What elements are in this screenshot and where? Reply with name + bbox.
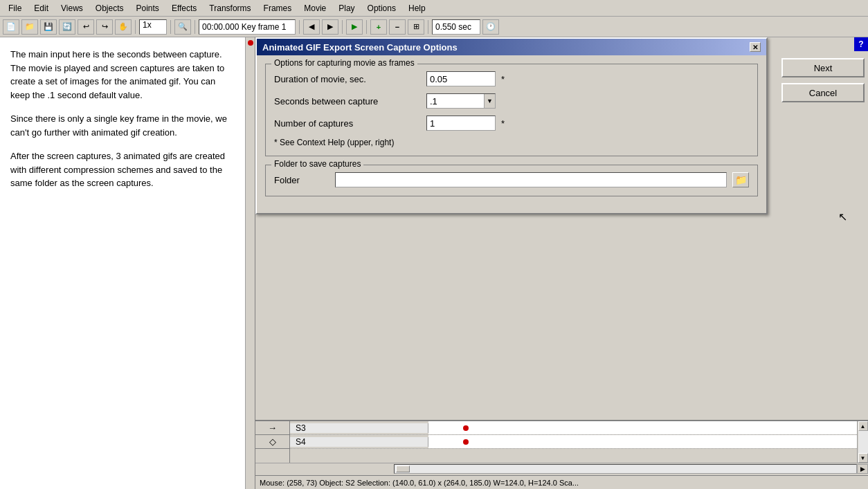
remove-frame-btn[interactable]: − (389, 19, 406, 35)
seconds-combo-arrow[interactable]: ▼ (484, 94, 495, 108)
timeline-controls: → ◇ (255, 421, 290, 463)
seconds-value: .1 (427, 96, 484, 107)
capture-group-legend: Options for capturing movie as frames (271, 58, 417, 68)
captures-input[interactable] (426, 116, 496, 131)
frames-btn[interactable]: ⊞ (408, 19, 424, 35)
timeline-dot-s4 (463, 439, 469, 445)
pan-btn[interactable]: ✋ (115, 19, 132, 35)
right-area: ? Animated GIF Export Screen Capture Opt… (246, 37, 868, 489)
left-text-3: After the screen captures, 3 animated gi… (10, 149, 235, 190)
seconds-combo[interactable]: .1 ▼ (426, 93, 496, 109)
scroll-track (858, 431, 868, 453)
scroll-track-h (394, 464, 857, 474)
cursor-icon: ↖ (838, 210, 847, 223)
seconds-label: Seconds between capture (274, 96, 426, 107)
folder-group: Folder to save captures Folder 📁 (265, 165, 758, 196)
refresh-btn[interactable]: 🔄 (59, 19, 75, 35)
timeline-content: → ◇ S3 S4 (255, 421, 868, 463)
row-content-s4 (428, 435, 857, 448)
erase-btn[interactable]: ◇ (255, 435, 289, 449)
timeline-section: → ◇ S3 S4 (255, 420, 868, 475)
captures-asterisk: * (501, 118, 505, 129)
captures-row: Number of captures * (274, 116, 749, 131)
row-label-s4: S4 (290, 437, 428, 447)
scroll-thumb-h[interactable] (396, 465, 410, 472)
duration-row: Duration of movie, sec. * (274, 71, 749, 86)
sec-display: 0.550 sec (432, 19, 480, 35)
scroll-up-btn[interactable]: ▲ (858, 421, 868, 431)
undo-btn[interactable]: ↩ (78, 19, 94, 35)
menu-transforms[interactable]: Transforms (204, 2, 256, 15)
menu-edit[interactable]: Edit (28, 2, 54, 15)
main-area: The main input here is the seconds betwe… (0, 37, 868, 489)
menu-file[interactable]: File (3, 2, 27, 15)
cancel-button[interactable]: Cancel (781, 83, 865, 102)
timeline-rows: S3 S4 (290, 421, 857, 463)
left-text-1: The main input here is the seconds betwe… (10, 48, 235, 102)
folder-group-legend: Folder to save captures (271, 159, 363, 169)
seconds-row: Seconds between capture .1 ▼ (274, 93, 749, 109)
context-help-icon[interactable]: ? (854, 37, 868, 51)
sep2 (170, 20, 171, 34)
menu-bar: File Edit Views Objects Points Effects T… (0, 0, 868, 17)
menu-effects[interactable]: Effects (166, 2, 202, 15)
expand-btn[interactable]: → (255, 421, 289, 435)
clock-btn[interactable]: 🕐 (482, 19, 499, 35)
menu-frames[interactable]: Frames (258, 2, 298, 15)
sep6 (366, 20, 367, 34)
next-button[interactable]: Next (781, 58, 865, 77)
scroll-down-btn[interactable]: ▼ (858, 453, 868, 463)
sep5 (342, 20, 343, 34)
dialog-title: Animated GIF Export Screen Capture Optio… (262, 42, 458, 53)
dialog-area: ? Animated GIF Export Screen Capture Opt… (255, 37, 868, 427)
folder-input[interactable] (335, 172, 727, 187)
add-frame-btn[interactable]: + (370, 19, 387, 35)
folder-row: Folder 📁 (274, 172, 749, 187)
timeline-row-s4: S4 (290, 435, 857, 449)
zoom-in-btn[interactable]: 🔍 (174, 19, 191, 35)
duration-label: Duration of movie, sec. (274, 74, 426, 84)
dialog-close-button[interactable]: ✕ (750, 42, 761, 52)
redo-btn[interactable]: ↪ (96, 19, 113, 35)
menu-play[interactable]: Play (333, 2, 360, 15)
v-scrollbar: ▲ ▼ (857, 421, 868, 463)
folder-browse-button[interactable]: 📁 (732, 172, 749, 187)
context-help-text: * See Context Help (upper, right) (274, 138, 749, 147)
toolbar: 📄 📁 💾 🔄 ↩ ↪ ✋ 1x 🔍 00:00.000 Key frame 1… (0, 17, 868, 37)
left-panel: The main input here is the seconds betwe… (0, 37, 246, 489)
left-text-2: Since there is only a single key frame i… (10, 112, 235, 139)
status-bar: Mouse: (258, 73) Object: S2 Selection: (… (255, 475, 868, 489)
open-btn[interactable]: 📁 (21, 19, 38, 35)
row-label-s3: S3 (290, 423, 428, 433)
sep3 (195, 20, 195, 34)
dialog: Animated GIF Export Screen Capture Optio… (255, 37, 768, 214)
timeline-dot-s3 (463, 425, 469, 431)
captures-label: Number of captures (274, 118, 426, 129)
capture-options-group: Options for capturing movie as frames Du… (265, 64, 758, 156)
menu-points[interactable]: Points (131, 2, 165, 15)
scroll-right-btn[interactable]: ▶ (857, 464, 868, 474)
save-btn[interactable]: 💾 (40, 19, 57, 35)
next-frame-btn[interactable]: ▶ (322, 19, 338, 35)
menu-objects[interactable]: Objects (90, 2, 129, 15)
sep7 (428, 20, 428, 34)
menu-help[interactable]: Help (403, 2, 431, 15)
sep4 (299, 20, 300, 34)
dialog-body: Options for capturing movie as frames Du… (257, 55, 766, 213)
zoom-combo[interactable]: 1x (139, 19, 167, 35)
new-btn[interactable]: 📄 (3, 19, 19, 35)
duration-input[interactable] (426, 71, 496, 86)
status-text: Mouse: (258, 73) Object: S2 Selection: (… (260, 479, 579, 487)
row-content-s3 (428, 421, 857, 434)
menu-views[interactable]: Views (55, 2, 89, 15)
sep1 (135, 20, 136, 34)
duration-asterisk: * (501, 74, 505, 84)
prev-frame-btn[interactable]: ◀ (303, 19, 320, 35)
dialog-buttons-area: Next Cancel (781, 58, 865, 102)
dialog-titlebar: Animated GIF Export Screen Capture Optio… (257, 39, 766, 55)
menu-movie[interactable]: Movie (298, 2, 332, 15)
play-btn[interactable]: ▶ (346, 19, 363, 35)
folder-label: Folder (274, 175, 329, 185)
menu-options[interactable]: Options (362, 2, 401, 15)
h-scrollbar: ▶ (255, 463, 868, 474)
